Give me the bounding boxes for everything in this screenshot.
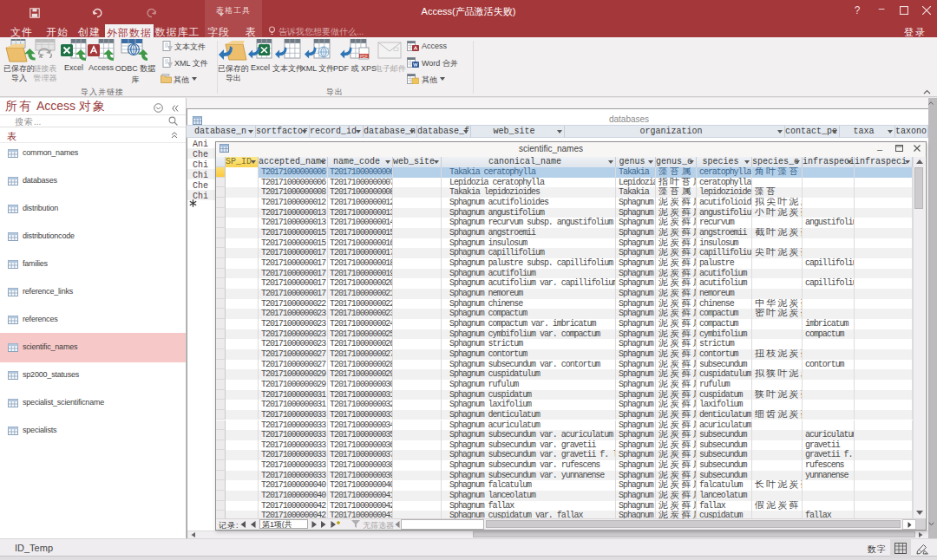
svg-text:PDF: PDF [360,55,368,59]
